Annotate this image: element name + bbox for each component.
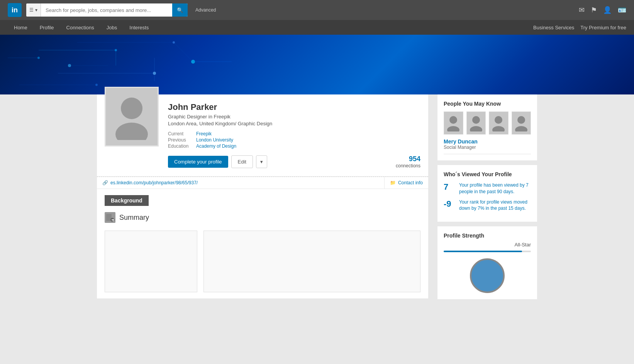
contact-info-label: Contact info [398, 180, 423, 185]
connections-number: 954 [396, 155, 420, 163]
pymk-avatar-4[interactable] [512, 111, 531, 135]
circuit-background [0, 35, 634, 94]
viewed-title: Who´s Viewed Your Profile [444, 171, 531, 177]
avatar-person-icon [112, 94, 151, 140]
summary-icon [105, 212, 115, 223]
media-row [105, 231, 420, 292]
sec-nav-left: Home Profile Connections Jobs Interests [8, 20, 155, 35]
viewed-text: Your profile has been viewed by 7 people… [459, 182, 531, 195]
search-container: ☰ ▾ 🔍 [26, 3, 188, 17]
svg-point-27 [470, 126, 482, 131]
person-icon-4 [514, 115, 528, 131]
svg-point-17 [68, 64, 71, 67]
profile-url[interactable]: es.linkedin.com/pub/johnparker/98/65/937… [110, 180, 198, 185]
business-services-link[interactable]: Business Services [533, 25, 574, 30]
contact-info-section[interactable]: 📁 Contact info [384, 177, 428, 189]
profile-card: John Parker Graphic Designer in Freepik … [97, 94, 428, 298]
left-column: John Parker Graphic Designer in Freepik … [97, 94, 428, 304]
person-icon-1 [446, 115, 460, 131]
strength-label: All-Star [444, 242, 531, 248]
top-bar-left: in ☰ ▾ 🔍 Advanced [8, 3, 216, 17]
svg-point-25 [447, 126, 459, 131]
mail-icon[interactable]: ✉ [579, 6, 585, 14]
svg-point-2 [115, 49, 117, 51]
profile-url-bar: 🔗 es.linkedin.com/pub/johnparker/98/65/9… [97, 177, 428, 189]
complete-profile-button[interactable]: Complete your profile [168, 156, 228, 168]
profile-icon[interactable]: 🪪 [618, 6, 626, 14]
add-connections-icon[interactable]: 👤 [603, 6, 612, 14]
try-premium-link[interactable]: Try Premium for free [580, 25, 626, 30]
profile-title: Graphic Designer in Freepik [168, 114, 420, 120]
profile-current-row: Current Freepik [168, 131, 420, 136]
strength-fill [444, 251, 522, 252]
edit-dropdown-button[interactable]: ▾ [256, 155, 267, 168]
edit-button[interactable]: Edit [231, 155, 253, 168]
profile-details: Current Freepik Previous London Universi… [168, 131, 420, 149]
url-section: 🔗 es.linkedin.com/pub/johnparker/98/65/9… [97, 177, 384, 189]
chevron-down-icon: ▾ [260, 159, 263, 165]
media-placeholder-1 [105, 231, 197, 292]
strength-bar [444, 251, 531, 252]
search-dropdown-button[interactable]: ☰ ▾ [26, 3, 41, 17]
content-wrapper: John Parker Graphic Designer in Freepik … [89, 94, 545, 304]
summary-title: Summary [105, 212, 420, 223]
person-icon-2 [469, 115, 483, 131]
profile-strength-card: Profile Strength All-Star [437, 226, 537, 299]
person-icon-3 [492, 115, 505, 131]
search-icon: 🔍 [177, 7, 183, 13]
svg-point-30 [517, 116, 525, 124]
profile-info: John Parker Graphic Designer in Freepik … [159, 102, 420, 169]
strength-title: Profile Strength [444, 233, 531, 239]
flag-icon[interactable]: ⚑ [591, 6, 597, 14]
search-dropdown-icon: ☰ [29, 7, 34, 13]
svg-point-29 [492, 126, 505, 131]
viewed-count: 7 [444, 182, 455, 192]
svg-point-19 [115, 123, 148, 140]
pymk-avatars [444, 111, 531, 135]
media-placeholder-2 [203, 231, 420, 292]
nav-interests[interactable]: Interests [123, 20, 155, 35]
background-header: Background [105, 195, 149, 206]
profile-education-row: Education Academy of Design [168, 143, 420, 149]
pymk-person-role: Social Manager [444, 145, 531, 150]
sec-nav-right: Business Services Try Premium for free [533, 25, 626, 30]
connections-count: 954 connections [396, 155, 420, 169]
top-navigation-bar: in ☰ ▾ 🔍 Advanced ✉ ⚑ 👤 🪪 [0, 0, 634, 20]
avatar [105, 87, 159, 147]
svg-point-12 [95, 84, 98, 86]
linkedin-logo[interactable]: in [8, 3, 22, 17]
nav-jobs[interactable]: Jobs [100, 20, 123, 35]
viewed-stat-1: 7 Your profile has been viewed by 7 peop… [444, 182, 531, 195]
profile-previous-row: Previous London University [168, 137, 420, 143]
profile-actions: Complete your profile Edit ▾ 954 connect… [168, 155, 420, 169]
pymk-avatar-3[interactable] [489, 111, 509, 135]
nav-home[interactable]: Home [8, 20, 34, 35]
search-button[interactable]: 🔍 [172, 3, 188, 17]
pymk-divider [444, 154, 531, 154]
svg-point-31 [515, 126, 527, 131]
pymk-avatar-2[interactable] [466, 111, 486, 135]
search-input[interactable] [41, 3, 172, 17]
profile-header: John Parker Graphic Designer in Freepik … [97, 94, 428, 177]
pymk-avatar-1[interactable] [444, 111, 463, 135]
secondary-navigation: Home Profile Connections Jobs Interests … [0, 20, 634, 35]
previous-label: Previous [168, 137, 193, 143]
pymk-person-name[interactable]: Mery Duncan [444, 138, 531, 145]
svg-point-5 [153, 72, 156, 75]
page-wrapper: in ☰ ▾ 🔍 Advanced ✉ ⚑ 👤 🪪 Home Profi [0, 0, 634, 364]
who-viewed-card: Who´s Viewed Your Profile 7 Your profile… [437, 165, 537, 222]
summary-label: Summary [119, 214, 149, 222]
education-label: Education [168, 143, 193, 149]
svg-point-18 [121, 98, 142, 119]
top-bar-right: ✉ ⚑ 👤 🪪 [579, 6, 626, 14]
link-icon: 🔗 [102, 180, 108, 185]
background-section: Background Summary [97, 189, 428, 298]
previous-value: London University [196, 137, 233, 143]
svg-point-26 [472, 116, 480, 124]
right-sidebar: People You May Know [433, 94, 537, 304]
nav-profile[interactable]: Profile [34, 20, 60, 35]
advanced-link[interactable]: Advanced [195, 7, 216, 13]
profile-name: John Parker [168, 102, 420, 112]
nav-connections[interactable]: Connections [60, 20, 100, 35]
connections-label: connections [396, 163, 420, 169]
